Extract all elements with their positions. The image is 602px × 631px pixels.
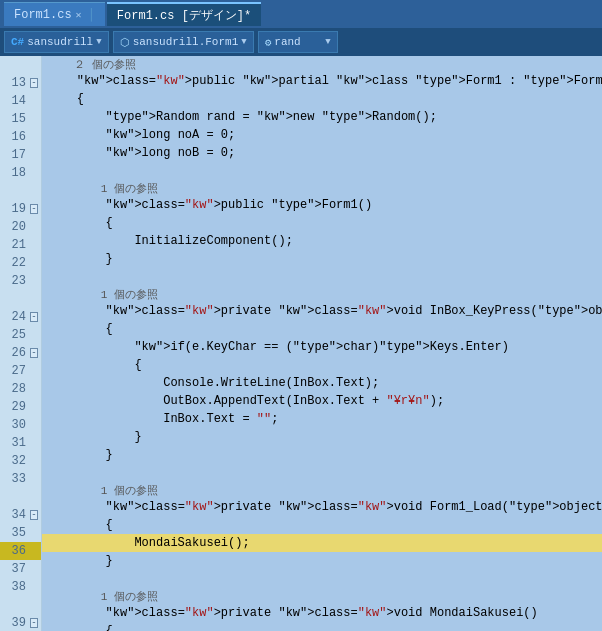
code-line[interactable]: "kw">long noB = 0; (42, 144, 602, 162)
line-number-row: 23 (0, 272, 41, 290)
toolbar-namespace[interactable]: C# sansudrill ▼ (4, 31, 109, 53)
toolbar-member[interactable]: ⚙ rand ▼ (258, 31, 338, 53)
ref-comment-line: 1 個の参照 (42, 588, 602, 604)
line-number-row: 36 (0, 542, 41, 560)
code-line[interactable]: "kw">long noA = 0; (42, 126, 602, 144)
toolbar-ns-arrow: ▼ (96, 37, 101, 47)
ref-line-num-row (0, 596, 41, 614)
ref-line-num-row (0, 290, 41, 308)
code-line[interactable]: InBox.Text = ""; (42, 410, 602, 428)
toolbar-class[interactable]: ⬡ sansudrill.Form1 ▼ (113, 31, 254, 53)
code-line[interactable]: "type">Random rand = "kw">new "type">Ran… (42, 108, 602, 126)
collapse-indicator: - (30, 204, 40, 214)
ref-comment-line: ２ 個の参照 (42, 56, 602, 72)
code-area[interactable]: ２ 個の参照 "kw">class="kw">public "kw">parti… (42, 56, 602, 631)
ref-comment-line: 1 個の参照 (42, 180, 602, 196)
line-number-row: 35 (0, 524, 41, 542)
line-number-row: 13 - (0, 74, 41, 92)
line-number-row: 15 (0, 110, 41, 128)
line-number-row: 27 (0, 362, 41, 380)
toolbar: C# sansudrill ▼ ⬡ sansudrill.Form1 ▼ ⚙ r… (0, 28, 602, 56)
line-number-row: 14 (0, 92, 41, 110)
code-line[interactable]: "kw">if(e.KeyChar == ("type">char)"type"… (42, 338, 602, 356)
toolbar-member-text: rand (274, 36, 300, 48)
code-line[interactable]: } (42, 446, 602, 464)
code-line[interactable] (42, 570, 602, 588)
code-line[interactable]: MondaiSakusei(); (42, 534, 602, 552)
code-line[interactable]: Console.WriteLine(InBox.Text); (42, 374, 602, 392)
code-line[interactable]: "kw">class="kw">public "kw">partial "kw"… (42, 72, 602, 90)
code-line[interactable]: "kw">class="kw">private "kw">class="kw">… (42, 498, 602, 516)
code-line[interactable] (42, 464, 602, 482)
line-number-row: 38 (0, 578, 41, 596)
code-line[interactable]: "kw">class="kw">private "kw">class="kw">… (42, 302, 602, 320)
line-number-row: 21 (0, 236, 41, 254)
line-numbers: 13 - 14 15 16 17 18 19 - 20 21 22 23 24 … (0, 56, 42, 631)
collapse-indicator: - (30, 510, 40, 520)
toolbar-member-arrow: ▼ (325, 37, 330, 47)
code-line[interactable]: { (42, 622, 602, 631)
line-number-row: 33 (0, 470, 41, 488)
line-number-row: 19 - (0, 200, 41, 218)
collapse-indicator: - (30, 312, 40, 322)
toolbar-ns-text: sansudrill (27, 36, 93, 48)
collapse-indicator: - (30, 78, 40, 88)
collapse-indicator: - (30, 618, 40, 628)
ref-comment-line: 1 個の参照 (42, 482, 602, 498)
collapse-indicator: - (30, 348, 40, 358)
tab-form1cs-design[interactable]: Form1.cs [デザイン]* (107, 2, 261, 26)
code-line[interactable]: { (42, 90, 602, 108)
line-number-row: 31 (0, 434, 41, 452)
tab-close-icon[interactable]: ✕ (76, 9, 82, 21)
line-number-row: 37 (0, 560, 41, 578)
tab-label: Form1.cs (14, 8, 72, 22)
line-number-row: 29 (0, 398, 41, 416)
tab-form1cs[interactable]: Form1.cs ✕ │ (4, 2, 105, 26)
code-line[interactable]: { (42, 516, 602, 534)
tab-label: Form1.cs [デザイン]* (117, 7, 251, 24)
line-number-row: 32 (0, 452, 41, 470)
ref-line-num-row (0, 488, 41, 506)
ref-line-num-row (0, 56, 41, 74)
class-icon: ⬡ (120, 36, 130, 49)
editor: 13 - 14 15 16 17 18 19 - 20 21 22 23 24 … (0, 56, 602, 631)
code-line[interactable]: { (42, 356, 602, 374)
line-number-row: 22 (0, 254, 41, 272)
code-line[interactable]: InitializeComponent(); (42, 232, 602, 250)
toolbar-class-arrow: ▼ (241, 37, 246, 47)
code-line[interactable]: { (42, 214, 602, 232)
code-line[interactable]: } (42, 552, 602, 570)
toolbar-class-text: sansudrill.Form1 (133, 36, 239, 48)
line-number-row: 24 - (0, 308, 41, 326)
code-line[interactable] (42, 268, 602, 286)
code-line[interactable]: "kw">class="kw">private "kw">class="kw">… (42, 604, 602, 622)
line-number-row: 18 (0, 164, 41, 182)
cs-icon: C# (11, 36, 24, 48)
line-number-row: 39 - (0, 614, 41, 631)
code-line[interactable]: "kw">class="kw">public "type">Form1() (42, 196, 602, 214)
line-number-row: 25 (0, 326, 41, 344)
code-line[interactable]: { (42, 320, 602, 338)
code-line[interactable]: OutBox.AppendText(InBox.Text + "¥r¥n"); (42, 392, 602, 410)
line-number-row: 30 (0, 416, 41, 434)
line-number-row: 26 - (0, 344, 41, 362)
code-line[interactable]: } (42, 428, 602, 446)
line-number-row: 16 (0, 128, 41, 146)
member-icon: ⚙ (265, 36, 272, 49)
line-number-row: 34 - (0, 506, 41, 524)
ref-comment-line: 1 個の参照 (42, 286, 602, 302)
code-line[interactable]: } (42, 250, 602, 268)
line-number-row: 28 (0, 380, 41, 398)
code-line[interactable] (42, 162, 602, 180)
title-bar: Form1.cs ✕ │ Form1.cs [デザイン]* (0, 0, 602, 28)
line-number-row: 20 (0, 218, 41, 236)
line-number-row: 17 (0, 146, 41, 164)
ref-line-num-row (0, 182, 41, 200)
tab-separator: │ (88, 8, 95, 22)
